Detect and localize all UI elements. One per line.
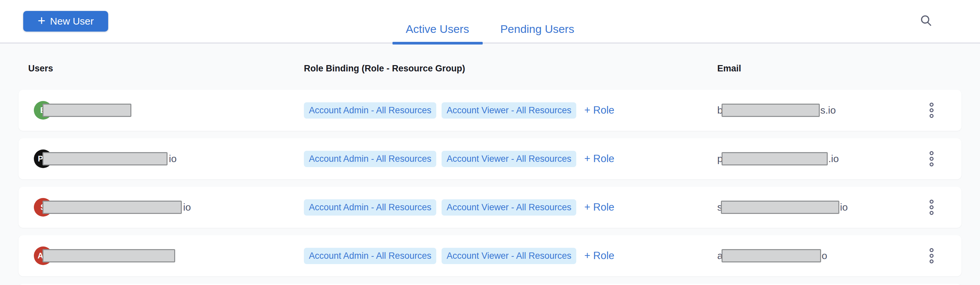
tab-pending-users[interactable]: Pending Users bbox=[500, 0, 574, 43]
user-name-suffix: io bbox=[183, 202, 191, 213]
role-badges: Account Admin - All ResourcesAccount Vie… bbox=[304, 199, 576, 216]
email-suffix: o bbox=[822, 250, 827, 261]
email-suffix: .io bbox=[828, 153, 839, 165]
user-cell: PP io bbox=[19, 149, 304, 168]
menu-cell bbox=[902, 99, 961, 121]
menu-cell bbox=[902, 148, 961, 170]
email-cell: p .io bbox=[717, 152, 902, 165]
add-role-button[interactable]: + Role bbox=[584, 153, 614, 165]
kebab-dot-icon bbox=[929, 102, 934, 107]
email-suffix: io bbox=[840, 202, 848, 213]
kebab-menu-button[interactable] bbox=[926, 99, 937, 121]
name-redaction-box bbox=[43, 249, 175, 263]
role-badge: Account Viewer - All Resources bbox=[442, 151, 576, 167]
kebab-dot-icon bbox=[929, 211, 934, 215]
name-redaction-box bbox=[43, 104, 131, 117]
table-row: AS Account Admin - All ResourcesAccount … bbox=[19, 235, 961, 276]
tab-pending-users-label: Pending Users bbox=[500, 22, 574, 35]
tab-active-users-label: Active Users bbox=[406, 22, 469, 35]
role-binding-cell: Account Admin - All ResourcesAccount Vie… bbox=[304, 248, 717, 264]
role-badge: Account Admin - All Resources bbox=[304, 199, 436, 216]
email-redaction-box bbox=[722, 104, 820, 117]
role-badge: Account Admin - All Resources bbox=[304, 151, 436, 167]
top-bar: + New User Active Users Pending Users bbox=[0, 0, 980, 43]
tab-bar: Active Users Pending Users bbox=[0, 0, 980, 43]
role-binding-cell: Account Admin - All ResourcesAccount Vie… bbox=[304, 151, 717, 167]
kebab-dot-icon bbox=[929, 114, 934, 118]
column-header-role-binding: Role Binding (Role - Resource Group) bbox=[304, 64, 717, 74]
kebab-dot-icon bbox=[929, 200, 934, 203]
table-row: S io Account Admin - All ResourcesAccoun… bbox=[19, 187, 961, 228]
kebab-dot-icon bbox=[929, 162, 934, 167]
kebab-dot-icon bbox=[929, 254, 934, 258]
add-role-button[interactable]: + Role bbox=[584, 201, 614, 213]
email-suffix: s.io bbox=[821, 105, 836, 116]
kebab-dot-icon bbox=[929, 259, 934, 263]
user-cell: S io bbox=[19, 198, 304, 216]
kebab-dot-icon bbox=[929, 205, 934, 209]
email-redaction-box bbox=[722, 249, 821, 263]
kebab-dot-icon bbox=[929, 151, 934, 155]
user-cell: B bbox=[19, 101, 304, 120]
menu-cell bbox=[902, 245, 961, 267]
email-redaction-box bbox=[721, 201, 839, 214]
column-header-email: Email bbox=[717, 64, 902, 74]
kebab-dot-icon bbox=[929, 248, 934, 252]
role-badge: Account Admin - All Resources bbox=[304, 248, 436, 264]
menu-cell bbox=[902, 196, 961, 218]
search-icon bbox=[920, 14, 933, 27]
add-role-button[interactable]: + Role bbox=[584, 104, 614, 116]
kebab-dot-icon bbox=[929, 108, 934, 112]
role-binding-cell: Account Admin - All ResourcesAccount Vie… bbox=[304, 199, 717, 216]
role-badges: Account Admin - All ResourcesAccount Vie… bbox=[304, 102, 576, 118]
email-cell: a o bbox=[717, 249, 902, 263]
column-header-users: Users bbox=[19, 64, 304, 74]
name-redaction-box bbox=[43, 152, 167, 165]
role-badges: Account Admin - All ResourcesAccount Vie… bbox=[304, 248, 576, 264]
name-redaction-box bbox=[43, 201, 182, 214]
table-row: B Account Admin - All ResourcesAccount V… bbox=[19, 90, 961, 131]
kebab-dot-icon bbox=[929, 157, 934, 161]
role-badge: Account Viewer - All Resources bbox=[442, 102, 576, 118]
role-badge: Account Viewer - All Resources bbox=[442, 248, 576, 264]
email-redaction-box bbox=[722, 152, 828, 165]
email-cell: b s.io bbox=[717, 104, 902, 117]
role-badge: Account Admin - All Resources bbox=[304, 102, 436, 118]
kebab-menu-button[interactable] bbox=[926, 196, 937, 218]
kebab-menu-button[interactable] bbox=[926, 245, 937, 267]
tab-active-users[interactable]: Active Users bbox=[406, 0, 469, 43]
table-row: PP io Account Admin - All ResourcesAccou… bbox=[19, 138, 961, 179]
table-row-partial bbox=[19, 284, 961, 285]
add-role-button[interactable]: + Role bbox=[584, 250, 614, 262]
search-button[interactable] bbox=[920, 14, 933, 27]
role-badges: Account Admin - All ResourcesAccount Vie… bbox=[304, 151, 576, 167]
role-binding-cell: Account Admin - All ResourcesAccount Vie… bbox=[304, 102, 717, 118]
user-table-body: B Account Admin - All ResourcesAccount V… bbox=[19, 90, 961, 285]
user-cell: AS bbox=[19, 247, 304, 265]
role-badge: Account Viewer - All Resources bbox=[442, 199, 576, 216]
email-cell: s io bbox=[717, 201, 902, 214]
user-name-suffix: io bbox=[169, 153, 177, 165]
table-header: Users Role Binding (Role - Resource Grou… bbox=[19, 43, 961, 90]
kebab-menu-button[interactable] bbox=[926, 148, 937, 170]
